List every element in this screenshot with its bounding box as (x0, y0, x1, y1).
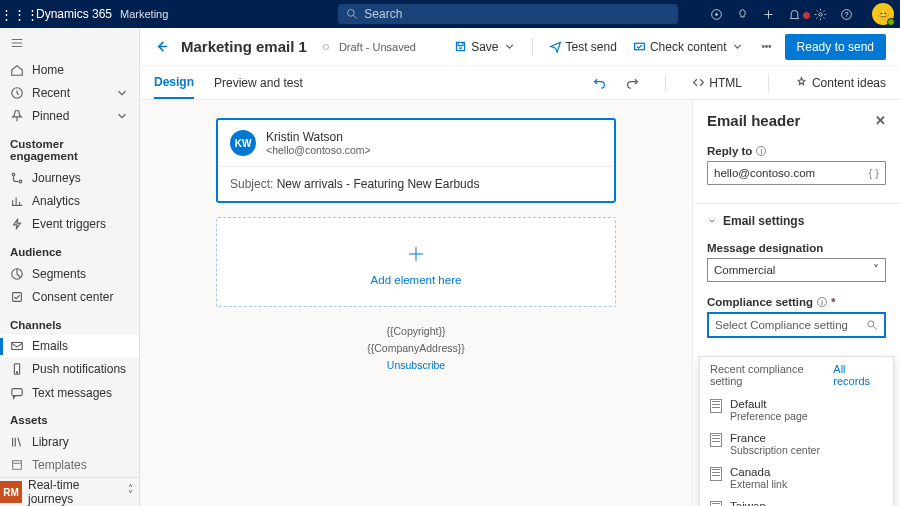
chevron-down-icon (115, 109, 129, 123)
svg-point-3 (715, 13, 717, 15)
nav-section-assets: Assets (0, 404, 139, 430)
content-ideas-button[interactable]: Content ideas (795, 76, 886, 90)
compliance-option[interactable]: DefaultPreference page (700, 393, 893, 427)
reply-to-label: Reply toi (707, 145, 886, 157)
notification-icon[interactable] (788, 8, 814, 21)
settings-icon[interactable] (814, 8, 840, 21)
page-title: Marketing email 1 (181, 38, 307, 55)
assistant-icon[interactable] (710, 8, 736, 21)
back-button[interactable] (154, 39, 169, 54)
app-launcher-icon[interactable]: ⋮⋮⋮ (0, 7, 28, 22)
global-search[interactable]: Search (338, 4, 678, 24)
nav-templates[interactable]: Templates (0, 454, 139, 477)
svg-point-22 (868, 321, 874, 327)
help-icon[interactable]: ? (840, 8, 866, 21)
svg-line-1 (354, 16, 357, 19)
svg-rect-16 (13, 461, 22, 470)
undo-button[interactable] (593, 76, 606, 89)
ready-to-send-button[interactable]: Ready to send (785, 34, 886, 60)
email-settings-section[interactable]: Email settings (707, 214, 886, 228)
test-send-button[interactable]: Test send (545, 36, 621, 58)
chevron-down-icon (115, 86, 129, 100)
info-icon[interactable]: i (756, 146, 766, 156)
module-label: Marketing (120, 8, 168, 20)
option-subtitle: Subscription center (730, 444, 820, 456)
chevron-down-icon (731, 40, 744, 53)
option-subtitle: External link (730, 478, 787, 490)
tab-preview[interactable]: Preview and test (214, 68, 303, 98)
nav-segments[interactable]: Segments (0, 262, 139, 285)
nav-text-messages[interactable]: Text messages (0, 381, 139, 404)
info-icon[interactable]: i (817, 297, 827, 307)
nav-library[interactable]: Library (0, 430, 139, 453)
svg-rect-15 (12, 388, 23, 395)
area-switcher[interactable]: RM Real-time journeys ˄˅ (0, 477, 139, 506)
option-name: Taiwan (730, 500, 808, 506)
plus-icon (406, 244, 426, 264)
add-icon[interactable] (762, 8, 788, 21)
from-row[interactable]: KW Kristin Watson <hello@contoso.com> (218, 120, 614, 167)
nav-consent-center[interactable]: Consent center (0, 285, 139, 308)
user-avatar[interactable]: 😊 (872, 3, 894, 25)
global-header: ⋮⋮⋮ Dynamics 365 Marketing Search ? 😊 (0, 0, 900, 28)
html-view-button[interactable]: HTML (692, 76, 742, 90)
email-footer: {{Copyright}} {{CompanyAddress}} Unsubsc… (216, 323, 616, 373)
panel-title: Email header✕ (707, 112, 886, 129)
svg-point-0 (348, 10, 355, 17)
svg-point-20 (765, 46, 767, 48)
nav-event-triggers[interactable]: Event triggers (0, 213, 139, 236)
from-avatar: KW (230, 130, 256, 156)
option-name: France (730, 432, 820, 444)
svg-point-4 (819, 12, 822, 15)
nav-push-notifications[interactable]: Push notifications (0, 358, 139, 381)
add-element-zone[interactable]: Add element here (216, 217, 616, 307)
record-icon (710, 399, 722, 413)
compliance-option[interactable]: FranceSubscription center (700, 427, 893, 461)
lightbulb-icon[interactable] (736, 8, 762, 21)
nav-section-channels: Channels (0, 309, 139, 335)
svg-point-14 (16, 372, 17, 373)
tab-design[interactable]: Design (154, 67, 194, 99)
more-commands-button[interactable] (756, 36, 777, 57)
compliance-option[interactable]: CanadaExternal link (700, 461, 893, 495)
footer-address: {{CompanyAddress}} (216, 340, 616, 357)
compliance-dropdown: Recent compliance settingAll records Def… (699, 356, 894, 506)
personalize-icon[interactable]: { } (869, 167, 879, 179)
footer-unsubscribe[interactable]: Unsubscribe (216, 357, 616, 374)
design-canvas[interactable]: KW Kristin Watson <hello@contoso.com> Su… (140, 100, 692, 506)
compliance-option[interactable]: TaiwanPreference page (700, 495, 893, 506)
redo-button[interactable] (626, 76, 639, 89)
close-panel-button[interactable]: ✕ (875, 113, 886, 128)
nav-collapse-button[interactable] (0, 28, 139, 58)
record-icon (710, 467, 722, 481)
nav-recent[interactable]: Recent (0, 81, 139, 104)
nav-pinned[interactable]: Pinned (0, 105, 139, 128)
content-area: Marketing email 1 Draft - Unsaved Save T… (140, 28, 900, 506)
nav-home[interactable]: Home (0, 58, 139, 81)
chevron-down-icon (503, 40, 516, 53)
nav-emails[interactable]: Emails (0, 335, 139, 358)
search-icon (866, 319, 878, 331)
email-header-card[interactable]: KW Kristin Watson <hello@contoso.com> Su… (216, 118, 616, 203)
dropdown-all-records[interactable]: All records (833, 363, 883, 387)
dropdown-recent-label: Recent compliance setting (710, 363, 833, 387)
search-placeholder: Search (364, 7, 402, 21)
designation-select[interactable]: Commercial˅ (707, 258, 886, 282)
brand-label: Dynamics 365 (28, 7, 120, 21)
option-subtitle: Preference page (730, 410, 808, 422)
chevron-down-icon (707, 216, 717, 226)
from-email: <hello@contoso.com> (266, 144, 371, 156)
nav-analytics[interactable]: Analytics (0, 189, 139, 212)
subject-row[interactable]: Subject: New arrivals - Featuring New Ea… (218, 167, 614, 201)
designation-label: Message designation (707, 242, 886, 254)
nav-journeys[interactable]: Journeys (0, 166, 139, 189)
subject-label: Subject: (230, 177, 273, 191)
reply-to-input[interactable]: hello@contoso.com{ } (707, 161, 886, 185)
svg-rect-12 (12, 343, 23, 350)
svg-point-8 (12, 173, 15, 176)
save-button[interactable]: Save (450, 36, 519, 58)
check-content-button[interactable]: Check content (629, 36, 748, 58)
option-name: Default (730, 398, 808, 410)
svg-text:?: ? (844, 9, 848, 18)
compliance-lookup[interactable]: Select Compliance setting (707, 312, 886, 338)
